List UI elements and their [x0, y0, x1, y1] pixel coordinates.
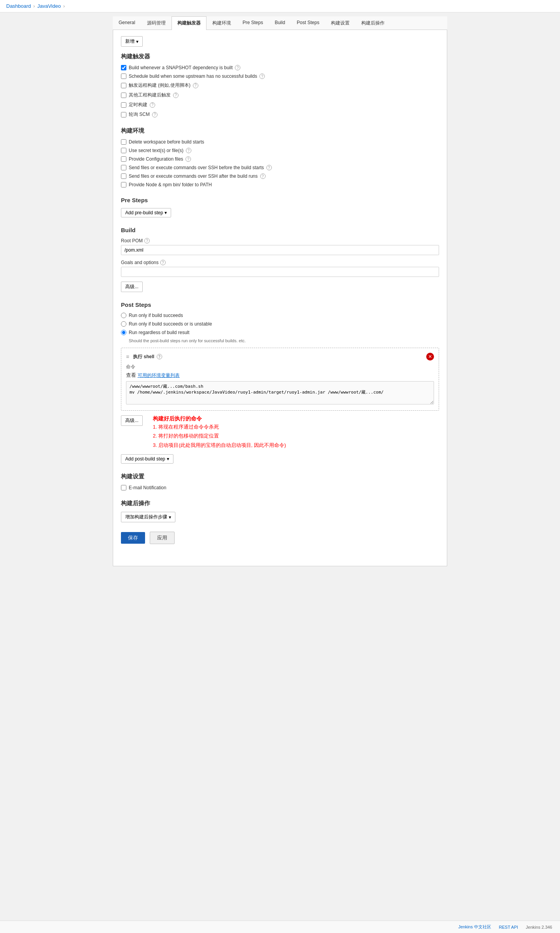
- trigger-other-checkbox[interactable]: [121, 93, 126, 98]
- build-settings-title: 构建设置: [121, 473, 439, 480]
- post-radio-success[interactable]: [121, 313, 126, 318]
- env-node-npm-checkbox[interactable]: [121, 182, 126, 187]
- shell-step-title: ≡ 执行 shell ?: [126, 354, 162, 360]
- dropdown-icon: ▾: [136, 39, 138, 44]
- env-ssh-after-checkbox[interactable]: [121, 173, 126, 179]
- trigger-upstream-checkbox[interactable]: [121, 74, 126, 79]
- form-actions: 保存 应用: [121, 532, 439, 560]
- env-ssh-before-help[interactable]: ?: [266, 165, 272, 170]
- trigger-poll-scm-help[interactable]: ?: [152, 112, 158, 117]
- tab-source-mgmt[interactable]: 源码管理: [141, 16, 172, 30]
- shell-step-close-button[interactable]: ✕: [426, 353, 434, 361]
- add-post-build-step-button[interactable]: Add post-build step ▾: [121, 454, 173, 464]
- tab-build-settings[interactable]: 构建设置: [325, 16, 355, 30]
- add-post-build-action-button[interactable]: 增加构建后操作步骤 ▾: [121, 512, 175, 522]
- env-secret-text-label: Use secret text(s) or file(s): [129, 148, 184, 153]
- post-build-title: 构建后操作: [121, 500, 439, 507]
- pre-steps-section: Pre Steps Add pre-build step ▾: [121, 197, 439, 217]
- post-step-advanced-button[interactable]: 高级...: [121, 415, 143, 426]
- trigger-snapshot-checkbox[interactable]: [121, 65, 126, 70]
- env-ssh-before-label: Send files or execute commands over SSH …: [129, 165, 264, 170]
- drag-handle-icon: ≡: [126, 354, 129, 360]
- tabs-bar: General 源码管理 构建触发器 构建环境 Pre Steps Build …: [113, 16, 447, 30]
- env-ssh-after-label: Send files or execute commands over SSH …: [129, 173, 258, 179]
- save-button[interactable]: 保存: [121, 532, 145, 544]
- root-pom-input[interactable]: [121, 245, 439, 255]
- trigger-snapshot-help[interactable]: ?: [235, 65, 240, 70]
- env-config-files-row: Provide Configuration files ?: [121, 156, 439, 162]
- email-notification-label: E-mail Notification: [129, 485, 166, 490]
- trigger-upstream-row: Schedule build when some upstream has no…: [121, 74, 439, 79]
- trigger-snapshot-row: Build whenever a SNAPSHOT dependency is …: [121, 65, 439, 70]
- env-config-files-help[interactable]: ?: [186, 156, 191, 162]
- build-trigger-section: 构建触发器 Build whenever a SNAPSHOT dependen…: [121, 53, 439, 118]
- tab-build-env[interactable]: 构建环境: [206, 16, 237, 30]
- command-label: 命令: [126, 364, 434, 370]
- env-ssh-after-help[interactable]: ?: [260, 173, 266, 179]
- env-config-files-checkbox[interactable]: [121, 156, 126, 162]
- root-pom-help-icon[interactable]: ?: [144, 238, 150, 243]
- tab-build[interactable]: Build: [269, 16, 291, 30]
- env-node-npm-label: Provide Node & npm bin/ folder to PATH: [129, 182, 212, 187]
- trigger-poll-scm-checkbox[interactable]: [121, 112, 126, 117]
- annotation-item-3: 3. 启动项目(此处我用的宝塔的自动启动项目, 因此不用命令): [153, 441, 286, 450]
- env-secret-text-checkbox[interactable]: [121, 148, 126, 153]
- new-button[interactable]: 新增 ▾: [121, 36, 143, 47]
- tab-pre-steps[interactable]: Pre Steps: [237, 16, 269, 30]
- apply-button[interactable]: 应用: [150, 532, 175, 544]
- post-radio-regardless-row: Run regardless of build result: [121, 330, 439, 335]
- annotation-item-1: 1. 将现在程序通过命令令杀死: [153, 422, 286, 431]
- shell-step-header: ≡ 执行 shell ? ✕: [126, 353, 434, 361]
- env-node-npm-row: Provide Node & npm bin/ folder to PATH: [121, 182, 439, 187]
- build-env-section: 构建环境 Delete workspace before build start…: [121, 127, 439, 187]
- env-ssh-before-row: Send files or execute commands over SSH …: [121, 165, 439, 170]
- annotation-area: 高级... 构建好后执行的命令 1. 将现在程序通过命令令杀死 2. 将打好的包…: [121, 415, 439, 450]
- env-ssh-before-checkbox[interactable]: [121, 165, 126, 170]
- env-link-prefix: 查看: [126, 372, 136, 378]
- shell-step-help-icon[interactable]: ?: [157, 354, 162, 359]
- trigger-scheduled-checkbox[interactable]: [121, 102, 126, 108]
- post-radio-success-label: Run only if build succeeds: [129, 313, 183, 318]
- build-advanced-button[interactable]: 高级...: [121, 282, 143, 292]
- command-textarea[interactable]: /www/wwwroot/藏...com/bash.sh mv /home/ww…: [126, 381, 434, 404]
- breadcrumb-dashboard[interactable]: Dashboard: [6, 3, 31, 9]
- env-delete-workspace-row: Delete workspace before build starts: [121, 139, 439, 145]
- post-radio-success-unstable-row: Run only if build succeeds or is unstabl…: [121, 321, 439, 327]
- post-build-section: 构建后操作 增加构建后操作步骤 ▾: [121, 500, 439, 522]
- breadcrumb-project[interactable]: JavaVideo: [37, 3, 61, 9]
- trigger-scheduled-label: 定时构建: [129, 102, 147, 108]
- breadcrumb: Dashboard › JavaVideo ›: [0, 0, 560, 12]
- trigger-upstream-help[interactable]: ?: [259, 74, 265, 79]
- post-steps-section: Post Steps Run only if build succeeds Ru…: [121, 301, 439, 464]
- root-pom-group: Root POM ?: [121, 238, 439, 255]
- build-section: Build Root POM ? Goals and options ? 高级.…: [121, 227, 439, 292]
- toolbar: 新增 ▾: [121, 36, 439, 47]
- post-radio-success-unstable[interactable]: [121, 321, 126, 327]
- env-link[interactable]: 可用的环境变量列表: [138, 373, 180, 378]
- goals-group: Goals and options ?: [121, 260, 439, 277]
- tab-post-steps[interactable]: Post Steps: [291, 16, 325, 30]
- post-steps-title: Post Steps: [121, 301, 439, 308]
- trigger-upstream-label: Schedule build when some upstream has no…: [129, 74, 257, 79]
- env-ssh-after-row: Send files or execute commands over SSH …: [121, 173, 439, 179]
- post-step-dropdown-icon: ▾: [167, 456, 169, 462]
- add-pre-build-step-button[interactable]: Add pre-build step ▾: [121, 208, 171, 217]
- trigger-remote-checkbox[interactable]: [121, 83, 126, 88]
- tab-build-trigger[interactable]: 构建触发器: [172, 16, 206, 30]
- root-pom-label: Root POM ?: [121, 238, 439, 243]
- env-delete-workspace-label: Delete workspace before build starts: [129, 139, 204, 145]
- trigger-scheduled-help[interactable]: ?: [150, 102, 155, 108]
- post-radio-success-unstable-label: Run only if build succeeds or is unstabl…: [129, 321, 212, 327]
- goals-label: Goals and options ?: [121, 260, 439, 265]
- post-radio-regardless[interactable]: [121, 330, 126, 335]
- trigger-other-help[interactable]: ?: [173, 93, 178, 98]
- tab-post-build[interactable]: 构建后操作: [355, 16, 390, 30]
- goals-input[interactable]: [121, 267, 439, 277]
- pre-steps-title: Pre Steps: [121, 197, 439, 203]
- env-secret-text-help[interactable]: ?: [186, 148, 191, 153]
- env-delete-workspace-checkbox[interactable]: [121, 139, 126, 145]
- email-notification-checkbox[interactable]: [121, 485, 126, 490]
- tab-general[interactable]: General: [113, 16, 141, 30]
- goals-help-icon[interactable]: ?: [160, 260, 166, 265]
- trigger-remote-help[interactable]: ?: [193, 83, 198, 88]
